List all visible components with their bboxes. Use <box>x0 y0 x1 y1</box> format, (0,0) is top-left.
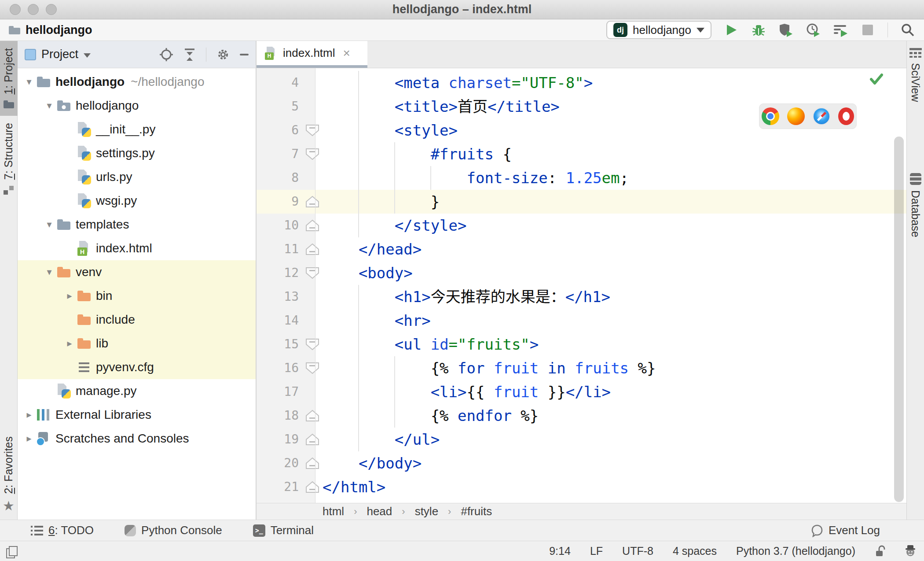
tree-item-settings-py[interactable]: settings.py <box>18 141 256 165</box>
tool-stripe-sciview[interactable]: SciView <box>907 41 924 109</box>
code-text: </ul> <box>323 428 440 451</box>
profiler-button[interactable] <box>806 22 821 37</box>
fold-marker[interactable] <box>305 362 320 375</box>
tree-item-urls-py[interactable]: urls.py <box>18 165 256 189</box>
tree-expand-arrow[interactable]: ▾ <box>42 100 56 111</box>
tool-stripe-database[interactable]: Database <box>907 166 924 244</box>
fold-marker[interactable] <box>305 409 320 422</box>
status-item-python-3-7-hellodjango-[interactable]: Python 3.7 (hellodjango) <box>736 545 855 557</box>
fold-marker[interactable] <box>305 148 320 161</box>
tree-item-external-libraries[interactable]: ▸External Libraries <box>18 403 256 427</box>
tree-expand-arrow[interactable]: ▾ <box>22 76 36 88</box>
toolwindow-button-todo[interactable]: 6: TODO <box>31 524 94 537</box>
event-log-button[interactable]: Event Log <box>811 524 880 537</box>
status-item-utf-8[interactable]: UTF-8 <box>622 545 653 557</box>
tree-expand-arrow[interactable]: ▾ <box>42 266 56 278</box>
status-item-4-spaces[interactable]: 4 spaces <box>673 545 717 557</box>
chrome-browser-icon[interactable] <box>762 107 779 125</box>
tree-expand-arrow[interactable]: ▾ <box>42 219 56 230</box>
collapse-all-icon[interactable] <box>183 48 196 62</box>
toggle-toolwindow-bars-button[interactable] <box>6 546 17 557</box>
hide-panel-button[interactable] <box>240 54 249 55</box>
fold-marker[interactable] <box>305 480 320 494</box>
run-concurrency-button[interactable] <box>833 22 848 37</box>
safari-browser-icon[interactable] <box>813 107 830 125</box>
tree-item-venv[interactable]: ▾venv <box>18 260 256 284</box>
settings-gear-icon[interactable] <box>216 48 230 62</box>
tree-item-bin[interactable]: ▸bin <box>18 284 256 308</box>
fold-marker[interactable] <box>305 219 320 232</box>
tree-item-path: ~/hellodjango <box>131 75 204 89</box>
toolbar-project-name: hellodjango <box>26 23 92 37</box>
breadcrumb-item-head[interactable]: head <box>367 505 392 518</box>
fold-marker[interactable] <box>305 338 320 351</box>
tree-item-hellodjango[interactable]: ▾hellodjango~/hellodjango <box>18 70 256 94</box>
zoom-window-button[interactable] <box>46 4 57 15</box>
token-plain <box>539 359 547 377</box>
opera-browser-icon[interactable] <box>838 107 854 125</box>
python-console-icon <box>125 525 136 536</box>
run-with-coverage-button[interactable] <box>778 22 793 37</box>
status-item-9-14[interactable]: 9:14 <box>549 545 571 557</box>
token-var: fruit <box>494 383 539 401</box>
breadcrumb-item-style[interactable]: style <box>415 505 438 518</box>
stop-button[interactable] <box>860 22 875 37</box>
token-kw: for <box>458 359 484 377</box>
chevron-down-icon[interactable] <box>84 53 91 58</box>
inspections-ok-icon[interactable] <box>869 72 884 86</box>
code-line-21: 21</html> <box>257 475 906 499</box>
code-text: <meta charset="UTF-8"> <box>323 71 593 95</box>
locate-icon[interactable] <box>159 48 173 62</box>
fold-marker[interactable] <box>305 266 320 280</box>
unlocked-icon[interactable] <box>875 545 885 557</box>
tree-item-index-html[interactable]: index.html <box>18 236 256 260</box>
tree-item-pyvenv-cfg[interactable]: pyvenv.cfg <box>18 355 256 379</box>
run-button[interactable] <box>724 22 739 37</box>
firefox-browser-icon[interactable] <box>787 107 805 125</box>
toolwindow-button-terminal[interactable]: >_Terminal <box>253 524 314 537</box>
token-tag: font-size <box>467 169 548 187</box>
project-panel-title: Project <box>41 48 78 61</box>
tool-stripe-project[interactable]: 1: Project <box>0 41 18 116</box>
tree-item-wsgi-py[interactable]: wsgi.py <box>18 189 256 213</box>
fold-marker[interactable] <box>305 243 320 256</box>
window-controls <box>10 0 57 19</box>
breadcrumb-item-html[interactable]: html <box>323 505 344 518</box>
code-line-7: 7 #fruits { <box>257 142 906 166</box>
debug-button[interactable] <box>751 22 766 37</box>
fold-marker[interactable] <box>305 457 320 470</box>
tab-index-html[interactable]: index.html × <box>257 41 367 68</box>
tree-item--init-py[interactable]: __init__.py <box>18 118 256 141</box>
tree-item-lib[interactable]: ▸lib <box>18 332 256 355</box>
token-tag: </body> <box>359 454 422 472</box>
tree-item-label: include <box>96 313 135 327</box>
fold-marker[interactable] <box>305 124 320 137</box>
editor-area[interactable]: 4 <meta charset="UTF-8">5 <title>首页</tit… <box>257 68 906 503</box>
tree-item-include[interactable]: include <box>18 308 256 332</box>
close-window-button[interactable] <box>10 4 21 15</box>
toolwindow-button-console[interactable]: Python Console <box>125 524 222 537</box>
editor-scrollbar-thumb[interactable] <box>894 137 904 502</box>
tool-stripe-favorites[interactable]: 2: Favorites★ <box>0 429 18 520</box>
close-tab-icon[interactable]: × <box>343 46 350 60</box>
tool-stripe-structure[interactable]: 7: Structure <box>0 116 18 203</box>
tree-expand-arrow[interactable]: ▸ <box>62 290 77 302</box>
tree-expand-arrow[interactable]: ▸ <box>22 409 36 421</box>
fold-marker[interactable] <box>305 433 320 446</box>
run-configuration-selector[interactable]: dj hellodjango <box>606 21 711 39</box>
breadcrumb-separator: › <box>402 506 405 517</box>
tree-item-scratches-and-consoles[interactable]: ▸Scratches and Consoles <box>18 427 256 450</box>
inspection-profile-icon[interactable] <box>905 545 916 557</box>
tree-item-manage-py[interactable]: manage.py <box>18 379 256 403</box>
fold-marker[interactable] <box>305 195 320 208</box>
tree-item-templates[interactable]: ▾templates <box>18 213 256 236</box>
tree-item-hellodjango[interactable]: ▾hellodjango <box>18 94 256 118</box>
tree-expand-arrow[interactable]: ▸ <box>62 338 77 349</box>
breadcrumb-item-fruits[interactable]: #fruits <box>461 505 492 518</box>
status-item-lf[interactable]: LF <box>590 545 603 557</box>
minimize-window-button[interactable] <box>28 4 39 15</box>
code-text: {% for fruit in fruits %} <box>323 356 656 380</box>
tree-expand-arrow[interactable]: ▸ <box>22 433 36 444</box>
code-text: <style> <box>323 118 458 142</box>
search-everywhere-button[interactable] <box>900 22 915 37</box>
